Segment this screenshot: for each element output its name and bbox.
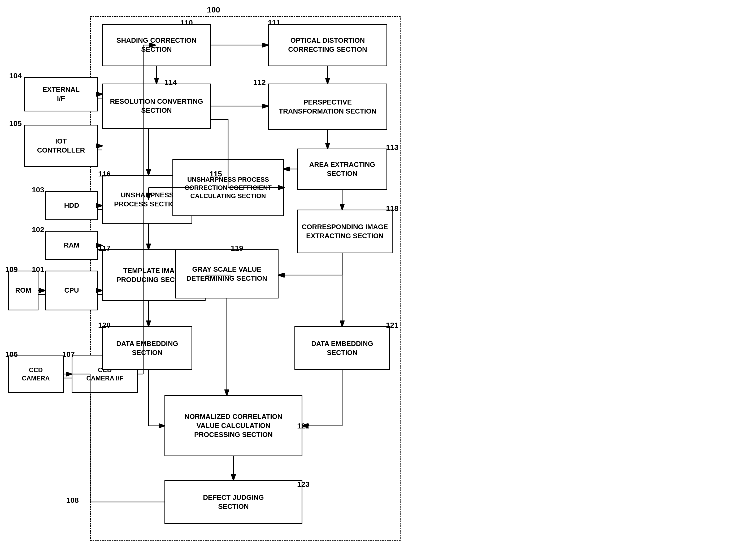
external-if-box: EXTERNALI/F: [24, 77, 98, 111]
label-104: 104: [9, 72, 22, 80]
label-107: 107: [62, 350, 75, 359]
ccd-camera-box: CCDCAMERA: [8, 355, 64, 393]
label-114: 114: [164, 78, 177, 87]
label-121: 121: [386, 321, 398, 329]
label-123: 123: [297, 480, 310, 489]
diagram: EXTERNALI/F IOTCONTROLLER HDD RAM CPU RO…: [0, 0, 756, 542]
label-118: 118: [386, 204, 398, 213]
gray-scale-box: GRAY SCALE VALUEDETERMINING SECTION: [175, 249, 279, 298]
shading-correction-box: SHADING CORRECTIONSECTION: [102, 24, 211, 66]
label-122: 122: [297, 422, 310, 430]
label-113: 113: [386, 143, 398, 152]
label-101: 101: [32, 265, 44, 274]
defect-judging-box: DEFECT JUDGINGSECTION: [164, 480, 302, 524]
label-117: 117: [98, 244, 111, 253]
label-109: 109: [5, 265, 18, 274]
data-embedding-left-box: DATA EMBEDDINGSECTION: [102, 326, 192, 370]
label-110: 110: [180, 19, 193, 27]
corresponding-image-box: CORRESPONDING IMAGEEXTRACTING SECTION: [297, 210, 393, 253]
normalized-correlation-box: NORMALIZED CORRELATIONVALUE CALCULATIONP…: [164, 395, 302, 456]
label-105: 105: [9, 119, 22, 128]
label-120: 120: [98, 321, 111, 329]
iot-controller-box: IOTCONTROLLER: [24, 125, 98, 167]
hdd-box: HDD: [45, 191, 98, 220]
label-112: 112: [253, 78, 266, 87]
optical-distortion-box: OPTICAL DISTORTIONCORRECTING SECTION: [268, 24, 387, 66]
cpu-box: CPU: [45, 271, 98, 310]
label-103: 103: [32, 186, 44, 194]
label-100: 100: [207, 5, 220, 14]
label-119: 119: [231, 244, 243, 253]
perspective-transformation-box: PERSPECTIVETRANSFORMATION SECTION: [268, 84, 387, 130]
label-108: 108: [66, 496, 79, 505]
resolution-converting-box: RESOLUTION CONVERTINGSECTION: [102, 84, 211, 129]
rom-box: ROM: [8, 271, 38, 310]
label-111: 111: [268, 19, 280, 27]
ram-box: RAM: [45, 231, 98, 260]
unsharpness-coeff-box: UNSHARPNESS PROCESSCORRECTION COEFFICIEN…: [172, 159, 284, 216]
label-102: 102: [32, 226, 44, 234]
label-106: 106: [5, 350, 18, 359]
area-extracting-box: AREA EXTRACTINGSECTION: [297, 149, 387, 190]
data-embedding-right-box: DATA EMBEDDINGSECTION: [294, 326, 390, 370]
label-115: 115: [210, 170, 222, 178]
label-116: 116: [98, 170, 111, 178]
